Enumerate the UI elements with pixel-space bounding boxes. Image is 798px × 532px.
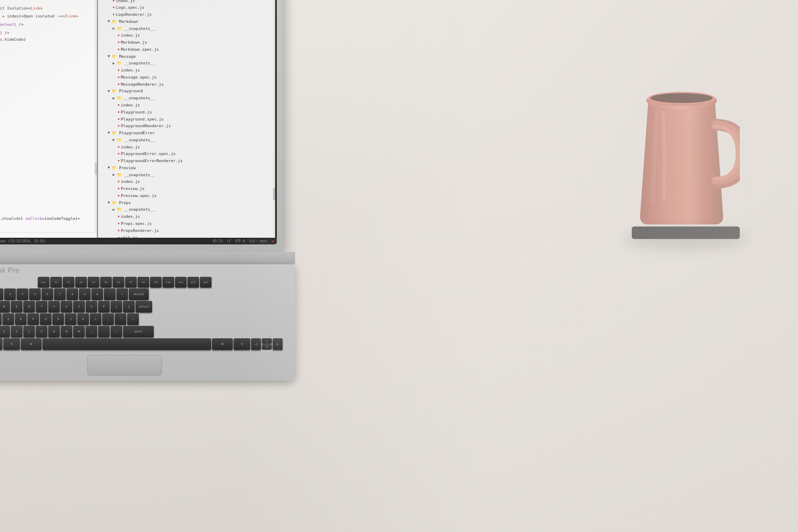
key-f8[interactable]: F8 <box>138 277 149 288</box>
tree-item-markdown-folder[interactable]: ▼ 📁 Markdown <box>98 18 275 25</box>
key-w[interactable]: W <box>0 301 10 313</box>
key-v[interactable]: V <box>36 326 47 337</box>
key-f7[interactable]: F7 <box>125 277 137 288</box>
key-option-r[interactable]: ⌥ <box>234 338 250 350</box>
key-2[interactable]: 2 <box>0 288 3 300</box>
key-h[interactable]: H <box>52 313 64 325</box>
key-f4[interactable]: F4 <box>88 277 99 288</box>
key-g[interactable]: G <box>40 313 52 325</box>
tree-scrollbar[interactable] <box>273 0 275 236</box>
key-p[interactable]: P <box>98 301 110 313</box>
key-e[interactable]: E <box>11 301 22 313</box>
key-minus[interactable]: - <box>104 288 116 300</box>
key-l[interactable]: L <box>90 313 101 325</box>
key-f11[interactable]: F11 <box>175 277 187 288</box>
key-backspace[interactable]: delete <box>129 288 149 300</box>
key-n[interactable]: N <box>61 326 72 337</box>
key-ctrl[interactable]: ctrl <box>0 338 2 350</box>
key-f6[interactable]: F6 <box>113 277 124 288</box>
key-f2[interactable]: F2 <box>63 277 74 288</box>
key-bracket-l[interactable]: [ <box>111 301 122 313</box>
key-0[interactable]: 0 <box>91 288 103 300</box>
coaster <box>632 227 740 239</box>
key-z[interactable]: Z <box>0 326 10 337</box>
key-7[interactable]: 7 <box>54 288 66 300</box>
key-f3[interactable]: F3 <box>75 277 87 288</box>
tree-item-playground-renderer: ▪ PlaygroundRenderer.js <box>98 123 275 130</box>
key-backslash[interactable]: \ <box>127 313 139 325</box>
key-x[interactable]: X <box>11 326 22 337</box>
tree-item-playground-error-folder[interactable]: ▼ 📁 PlaygroundError <box>98 130 275 137</box>
key-s[interactable]: S <box>2 313 14 325</box>
key-y[interactable]: Y <box>48 301 60 313</box>
key-m[interactable]: M <box>73 326 85 337</box>
key-esc[interactable]: esc <box>38 277 49 288</box>
tree-scrollbar-thumb[interactable] <box>273 188 275 200</box>
key-b[interactable]: B <box>48 326 60 337</box>
key-3[interactable]: 3 <box>4 288 16 300</box>
tree-item-snapshots-md[interactable]: ▶ 📁 __snapshots__ <box>98 25 275 32</box>
key-left[interactable]: ◁ <box>251 338 261 350</box>
tree-item-preview-folder[interactable]: ▼ 📁 Preview <box>98 164 275 171</box>
tree-item-snapshots-pge[interactable]: ▶ 📁 __snapshots__ <box>98 136 275 143</box>
key-f10[interactable]: F10 <box>163 277 174 288</box>
key-del[interactable]: del <box>200 277 212 288</box>
key-i[interactable]: I <box>73 301 85 313</box>
tree-item-snapshots-pg[interactable]: ▶ 📁 __snapshots__ <box>98 95 275 102</box>
key-f1[interactable]: F1 <box>50 277 62 288</box>
key-down[interactable]: ▽ <box>262 344 272 350</box>
key-c[interactable]: C <box>23 326 35 337</box>
key-d[interactable]: D <box>15 313 27 325</box>
key-8[interactable]: 8 <box>66 288 78 300</box>
key-r[interactable]: R <box>23 301 35 313</box>
key-t[interactable]: T <box>36 301 47 313</box>
code-line-11: {onChange} /> <box>0 30 97 36</box>
key-cmd-r[interactable]: ⌘ <box>212 338 233 350</box>
tree-item-index-md: ▪ index.js <box>98 32 275 39</box>
laptop: nk}> ame}=> Exit Isolation<Link> ame + '… <box>0 0 299 370</box>
tree-item-preview-js: ▪ Preview.js <box>98 185 275 192</box>
editor-scrollbar-thumb[interactable] <box>95 163 97 175</box>
key-o[interactable]: O <box>86 301 97 313</box>
key-6[interactable]: 6 <box>42 288 53 300</box>
key-f12[interactable]: F12 <box>187 277 199 288</box>
key-space[interactable] <box>42 338 211 350</box>
key-j[interactable]: J <box>65 313 76 325</box>
key-9[interactable]: 9 <box>79 288 91 300</box>
key-comma[interactable]: , <box>86 326 97 337</box>
tree-item-snapshots-props[interactable]: ▶ 📁 __snapshots__ <box>98 206 275 213</box>
key-bracket-r[interactable]: ] <box>123 301 135 313</box>
key-plus[interactable]: + <box>116 288 128 300</box>
tree-item-props-renderer: ▪ PropsRenderer.js <box>98 227 275 234</box>
key-right[interactable]: ▷ <box>273 338 283 350</box>
key-a[interactable]: A <box>0 313 2 325</box>
key-4[interactable]: 4 <box>17 288 28 300</box>
key-period[interactable]: . <box>98 326 110 337</box>
key-quote[interactable]: ' <box>115 313 126 325</box>
key-f5[interactable]: F5 <box>100 277 112 288</box>
key-f[interactable]: F <box>27 313 39 325</box>
key-return[interactable]: return <box>135 301 152 313</box>
key-up[interactable]: △ <box>262 338 272 344</box>
key-slash[interactable]: / <box>111 326 122 337</box>
tree-item-index-pge: ▪ index.js <box>98 143 275 150</box>
code-cursor-line <box>0 232 97 233</box>
tree-item-playground-folder[interactable]: ▼ 📁 Playground <box>98 88 275 95</box>
tree-item-props-folder[interactable]: ▼ 📁 Props <box>98 199 275 206</box>
key-option[interactable]: ⌥ <box>3 338 20 350</box>
editor-scrollbar[interactable] <box>95 0 97 234</box>
bottom-code-area: classes.showCode} onClick={onCodeToggle}… <box>0 215 97 222</box>
key-rshift[interactable]: shift <box>123 326 154 337</box>
key-cmd-l[interactable]: ⌘ <box>21 338 42 350</box>
key-5[interactable]: 5 <box>29 288 41 300</box>
tree-item-snapshots-msg[interactable]: ▶ 📁 __snapshots__ <box>98 60 275 67</box>
key-k[interactable]: K <box>77 313 89 325</box>
key-u[interactable]: U <box>61 301 72 313</box>
key-f9[interactable]: F9 <box>150 277 162 288</box>
status-position: 65:13 <box>213 239 223 243</box>
trackpad[interactable] <box>87 355 162 376</box>
tree-item-snapshots-pv[interactable]: ▶ 📁 __snapshots__ <box>98 171 275 178</box>
key-semicolon[interactable]: ; <box>102 313 114 325</box>
key-row-2: ~ 1 2 3 4 5 6 7 8 9 0 - + delete <box>0 288 283 300</box>
tree-item-message-folder[interactable]: ▼ 📁 Message <box>98 53 275 60</box>
